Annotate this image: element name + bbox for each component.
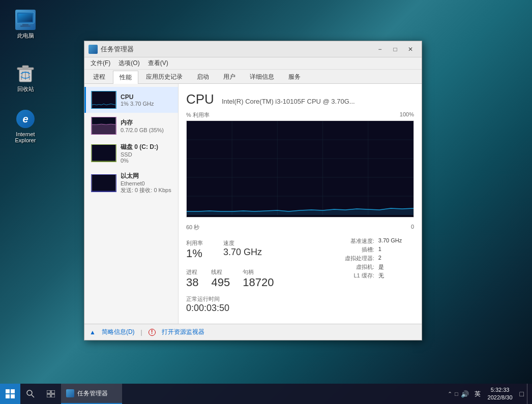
menu-options[interactable]: 选项(O) bbox=[114, 57, 143, 70]
speed-value: 3.70 GHz bbox=[223, 247, 262, 258]
speed-label: 速度 bbox=[223, 239, 262, 247]
minimize-button[interactable]: − bbox=[373, 44, 387, 55]
svg-marker-10 bbox=[92, 124, 115, 134]
stat-process: 进程 38 bbox=[186, 266, 198, 291]
tab-performance[interactable]: 性能 bbox=[113, 71, 138, 84]
cpu-sidebar-label: CPU bbox=[121, 94, 173, 101]
chart-time-right: 0 bbox=[411, 224, 414, 231]
taskbar-search-button[interactable] bbox=[20, 384, 41, 404]
stat-handle: 句柄 18720 bbox=[243, 266, 274, 291]
tray-volume-icon[interactable]: 🔊 bbox=[461, 390, 469, 398]
ethernet-thumbnail bbox=[91, 174, 116, 192]
socket-label: 插槽: bbox=[333, 246, 374, 254]
taskbar-app-icon bbox=[66, 389, 74, 397]
socket-value: 1 bbox=[378, 246, 414, 254]
taskbar-app-task-manager[interactable]: 任务管理器 bbox=[61, 384, 122, 404]
taskbar: 任务管理器 ⌃ □ 🔊 英 5:32:33 2022/8/30 □ bbox=[0, 384, 532, 404]
menu-view[interactable]: 查看(V) bbox=[144, 57, 172, 70]
vm-label: 虚拟机: bbox=[333, 263, 374, 271]
uptime-section: 正常运行时间 0:00:03:50 bbox=[186, 295, 333, 314]
stats-row-2: 进程 38 线程 495 句柄 18720 bbox=[186, 266, 333, 291]
svg-rect-25 bbox=[47, 390, 50, 393]
stats-left: 利用率 1% 速度 3.70 GHz 进程 bbox=[186, 237, 333, 314]
tab-process[interactable]: 进程 bbox=[86, 70, 112, 83]
cpu-header: CPU Intel(R) Core(TM) i3-10105F CPU @ 3.… bbox=[186, 91, 414, 107]
ethernet-sidebar-label: 以太网 bbox=[121, 172, 173, 180]
window-content: CPU 1% 3.70 GHz 内存 0. bbox=[84, 84, 422, 324]
close-button[interactable]: ✕ bbox=[403, 44, 418, 55]
utilization-value: 1% bbox=[186, 247, 203, 260]
stats-row-1: 利用率 1% 速度 3.70 GHz bbox=[186, 237, 333, 262]
window-title: 任务管理器 bbox=[101, 45, 373, 54]
desktop-icon-recycle-bin[interactable]: 回收站 bbox=[8, 61, 43, 95]
tab-users[interactable]: 用户 bbox=[217, 70, 242, 83]
handle-value: 18720 bbox=[243, 276, 274, 289]
sidebar-item-ethernet[interactable]: 以太网 Ethernet0 发送: 0 接收: 0 Kbps bbox=[84, 168, 178, 198]
sidebar-item-cpu[interactable]: CPU 1% 3.70 GHz bbox=[84, 87, 178, 113]
svg-rect-3 bbox=[22, 24, 28, 25]
menubar: 文件(F) 选项(O) 查看(V) bbox=[84, 57, 422, 70]
maximize-button[interactable]: □ bbox=[388, 44, 402, 55]
tray-expand-button[interactable]: ⌃ bbox=[448, 391, 452, 397]
ie-label: Internet Explorer bbox=[15, 131, 36, 143]
right-stats-grid: 基准速度: 3.70 GHz 插槽: 1 虚拟处理器: 2 虚拟机: 是 L1 … bbox=[333, 237, 414, 279]
base-speed-label: 基准速度: bbox=[333, 237, 374, 245]
cpu-graph bbox=[187, 121, 413, 215]
recycle-bin-icon bbox=[15, 63, 36, 83]
taskbar-right: ⌃ □ 🔊 英 5:32:33 2022/8/30 □ bbox=[445, 384, 532, 404]
stat-thread: 线程 495 bbox=[211, 266, 230, 291]
cpu-thumbnail bbox=[91, 91, 116, 109]
tab-services[interactable]: 服务 bbox=[282, 70, 307, 83]
chart-label-right: 100% bbox=[400, 111, 414, 119]
tab-startup[interactable]: 启动 bbox=[190, 70, 216, 83]
thread-value: 495 bbox=[211, 276, 230, 289]
stats-right: 基准速度: 3.70 GHz 插槽: 1 虚拟处理器: 2 虚拟机: 是 L1 … bbox=[333, 237, 414, 314]
chart-label-left: % 利用率 bbox=[186, 111, 210, 119]
system-tray: ⌃ □ 🔊 bbox=[445, 390, 471, 398]
l1-value: 无 bbox=[378, 272, 414, 279]
tab-details[interactable]: 详细信息 bbox=[243, 70, 281, 83]
process-label: 进程 bbox=[186, 268, 198, 276]
uptime-label: 正常运行时间 bbox=[186, 295, 333, 303]
vm-value: 是 bbox=[378, 263, 414, 271]
window-icon bbox=[88, 45, 98, 54]
svg-rect-11 bbox=[92, 145, 115, 162]
my-computer-label: 此电脑 bbox=[17, 32, 34, 40]
cpu-sidebar-value: 1% 3.70 GHz bbox=[121, 101, 173, 107]
tab-app-history[interactable]: 应用历史记录 bbox=[139, 70, 189, 83]
show-desktop-button[interactable] bbox=[527, 384, 529, 404]
disk-sidebar-sub: SSD bbox=[121, 151, 173, 158]
sidebar-item-disk[interactable]: 磁盘 0 (C: D:) SSD 0% bbox=[84, 139, 178, 168]
notification-button[interactable]: □ bbox=[518, 390, 526, 398]
summary-info-link[interactable]: 简略信息(D) bbox=[102, 328, 135, 336]
desktop-icon-my-computer[interactable]: 此电脑 bbox=[8, 8, 43, 42]
desktop-icon-ie[interactable]: e Internet Explorer bbox=[8, 107, 43, 145]
svg-point-23 bbox=[27, 390, 32, 395]
resource-monitor-link[interactable]: 打开资源监视器 bbox=[162, 328, 204, 336]
ethernet-sidebar-info: 以太网 Ethernet0 发送: 0 接收: 0 Kbps bbox=[121, 172, 173, 194]
system-clock[interactable]: 5:32:33 2022/8/30 bbox=[484, 386, 517, 402]
windows-logo-icon bbox=[6, 389, 15, 398]
language-button[interactable]: 英 bbox=[472, 390, 483, 398]
l1-label: L1 缓存: bbox=[333, 272, 374, 279]
ie-icon: e bbox=[15, 109, 36, 129]
tray-network-icon[interactable]: □ bbox=[455, 391, 458, 397]
cpu-model: Intel(R) Core(TM) i3-10105F CPU @ 3.70G.… bbox=[222, 98, 355, 105]
sidebar-item-memory[interactable]: 内存 0.7/2.0 GB (35%) bbox=[84, 113, 178, 139]
my-computer-icon bbox=[15, 10, 36, 30]
window-controls: − □ ✕ bbox=[373, 44, 418, 55]
desktop: 此电脑 回收站 e Internet Explorer bbox=[0, 0, 532, 404]
recycle-bin-label: 回收站 bbox=[17, 85, 34, 93]
chart-time-left: 60 秒 bbox=[186, 224, 199, 231]
stats-section: 利用率 1% 速度 3.70 GHz 进程 bbox=[186, 237, 414, 314]
menu-file[interactable]: 文件(F) bbox=[86, 57, 114, 70]
task-view-button[interactable] bbox=[41, 384, 61, 404]
taskbar-app-label: 任务管理器 bbox=[77, 389, 108, 398]
ethernet-sidebar-sub: Ethernet0 bbox=[121, 180, 173, 187]
svg-rect-27 bbox=[47, 394, 50, 397]
start-button[interactable] bbox=[0, 384, 20, 404]
performance-sidebar: CPU 1% 3.70 GHz 内存 0. bbox=[84, 84, 179, 324]
stat-utilization: 利用率 1% bbox=[186, 237, 203, 262]
svg-rect-7 bbox=[22, 66, 28, 68]
uptime-value: 0:00:03:50 bbox=[186, 303, 333, 314]
